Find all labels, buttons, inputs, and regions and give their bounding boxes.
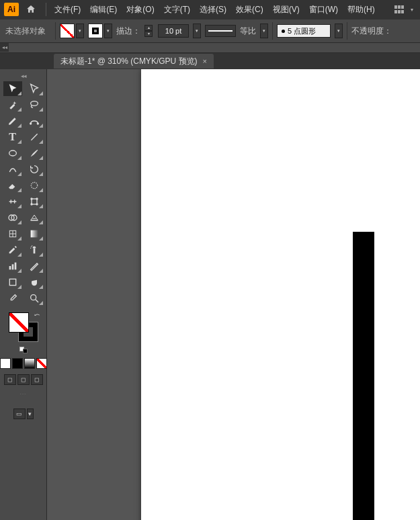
stroke-weight-stepper[interactable]: ▴▾	[144, 25, 153, 37]
shaper-tool[interactable]	[3, 162, 22, 177]
canvas-area[interactable]	[47, 69, 420, 520]
document-tab-title: 未标题-1* @ 310% (CMYK/GPU 预览)	[60, 56, 198, 67]
scale-tool[interactable]	[25, 178, 44, 193]
menu-object[interactable]: 对象(O)	[122, 1, 158, 18]
eyedropper-alt-tool[interactable]	[3, 291, 22, 306]
color-mode-black[interactable]	[12, 358, 23, 369]
svg-point-20	[30, 248, 31, 249]
draw-mode-row: ◻ ◻ ◻	[4, 374, 43, 385]
menu-effect[interactable]: 效果(C)	[232, 1, 267, 18]
free-transform-tool[interactable]	[25, 194, 44, 209]
svg-rect-24	[9, 279, 15, 285]
menu-help[interactable]: 帮助(H)	[343, 1, 379, 18]
artboard-tool[interactable]	[3, 275, 22, 290]
color-mode-solid[interactable]	[0, 358, 11, 369]
selection-status: 未选择对象	[5, 26, 51, 37]
zoom-tool[interactable]	[25, 291, 44, 306]
separator	[272, 22, 273, 40]
document-tab-bar: 未标题-1* @ 310% (CMYK/GPU 预览) ×	[0, 53, 420, 69]
uniform-label: 等比	[240, 26, 256, 37]
draw-inside-icon[interactable]: ◻	[31, 374, 43, 385]
brush-profile-dropdown-icon[interactable]: ▾	[335, 24, 343, 38]
eyedropper-tool[interactable]	[3, 243, 22, 257]
separator	[347, 22, 347, 40]
collapse-handle-icon[interactable]: ◂◂	[0, 43, 9, 52]
pen-tool[interactable]	[3, 114, 22, 128]
menu-window[interactable]: 窗口(W)	[305, 1, 342, 18]
svg-point-19	[32, 245, 32, 246]
magic-wand-tool[interactable]	[3, 97, 22, 112]
workspace-switcher-icon[interactable]	[394, 5, 405, 13]
width-tool[interactable]	[3, 194, 22, 209]
stroke-control[interactable]: ▾	[88, 24, 112, 38]
opacity-label: 不透明度：	[351, 26, 392, 37]
fill-swatch-none[interactable]	[60, 24, 75, 38]
selection-tool[interactable]	[3, 81, 22, 96]
svg-line-3	[31, 134, 37, 140]
svg-rect-23	[14, 263, 16, 270]
direct-selection-tool[interactable]	[25, 81, 44, 96]
swap-fill-stroke-icon[interactable]: ⤺	[34, 311, 40, 318]
draw-normal-icon[interactable]: ◻	[4, 374, 16, 385]
close-icon[interactable]: ×	[203, 57, 207, 65]
uniform-dropdown-icon[interactable]: ▾	[260, 24, 268, 38]
perspective-tool[interactable]	[25, 210, 44, 225]
shape-builder-tool[interactable]	[3, 210, 22, 225]
fill-stroke-indicator[interactable]: ⤺	[9, 312, 38, 342]
svg-rect-21	[9, 266, 11, 269]
screen-mode-dropdown-icon[interactable]: ▾	[27, 408, 34, 419]
menu-right-group: ▾	[394, 5, 416, 13]
toolbox-divider: ⋯	[19, 390, 28, 398]
svg-point-2	[37, 123, 38, 124]
toolbox: ◂◂ T	[0, 69, 47, 520]
brush-profile-value: 5 点圆形	[288, 26, 316, 36]
color-mode-none[interactable]	[36, 358, 47, 369]
stroke-weight-value: 10 pt	[165, 27, 181, 35]
chevron-down-icon[interactable]: ▾	[411, 7, 413, 13]
menu-file[interactable]: 文件(F)	[50, 1, 85, 18]
draw-behind-icon[interactable]: ◻	[17, 374, 30, 385]
document-tab[interactable]: 未标题-1* @ 310% (CMYK/GPU 预览) ×	[54, 54, 214, 69]
hand-tool[interactable]	[25, 275, 44, 290]
curvature-tool[interactable]	[25, 114, 44, 128]
brush-profile-select[interactable]: 5 点圆形	[277, 24, 331, 38]
stroke-swatch[interactable]	[88, 24, 103, 38]
menu-type[interactable]: 文字(T)	[160, 1, 194, 18]
menu-view[interactable]: 视图(V)	[269, 1, 304, 18]
svg-point-10	[36, 204, 38, 205]
column-graph-tool[interactable]	[3, 259, 22, 273]
eraser-tool[interactable]	[3, 178, 22, 193]
stroke-weight-dropdown-icon[interactable]: ▾	[193, 24, 201, 38]
screen-mode-row: ▭ ▾	[13, 408, 34, 419]
rotate-tool[interactable]	[25, 162, 44, 177]
stroke-profile-preview[interactable]	[205, 25, 236, 37]
gradient-tool[interactable]	[25, 226, 44, 241]
fill-dropdown-icon[interactable]: ▾	[76, 24, 84, 38]
svg-rect-6	[32, 199, 37, 204]
mesh-tool[interactable]	[3, 226, 22, 241]
menu-edit[interactable]: 编辑(E)	[86, 1, 121, 18]
color-mode-gradient[interactable]	[24, 358, 35, 369]
stroke-dropdown-icon[interactable]: ▾	[104, 24, 112, 38]
fill-indicator[interactable]	[9, 312, 29, 333]
stroke-weight-label: 描边：	[116, 26, 140, 37]
menu-select[interactable]: 选择(S)	[196, 1, 230, 18]
fill-control[interactable]: ▾	[60, 24, 84, 38]
stroke-weight-input[interactable]: 10 pt	[158, 24, 189, 38]
screen-mode-icon[interactable]: ▭	[13, 408, 26, 419]
line-tool[interactable]	[25, 130, 44, 144]
default-fill-stroke-icon[interactable]	[19, 347, 28, 353]
tool-grid: T	[3, 81, 44, 306]
panel-collapse-strip: ◂◂	[0, 43, 420, 53]
paintbrush-tool[interactable]	[25, 146, 44, 161]
svg-point-25	[30, 295, 36, 300]
type-tool[interactable]: T	[3, 130, 22, 144]
slice-tool[interactable]	[25, 259, 44, 273]
symbol-sprayer-tool[interactable]	[25, 243, 44, 257]
artboard[interactable]	[141, 69, 420, 520]
toolbox-collapse-icon[interactable]: ◂◂	[15, 72, 32, 80]
ellipse-tool[interactable]	[3, 146, 22, 161]
home-icon[interactable]	[23, 1, 39, 17]
drawn-rectangle[interactable]	[353, 232, 374, 520]
lasso-tool[interactable]	[25, 97, 44, 112]
